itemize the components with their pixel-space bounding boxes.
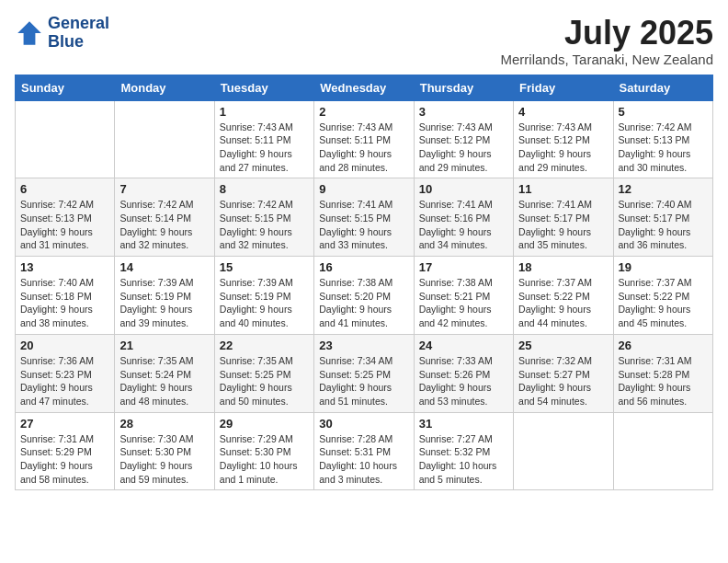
sunset-text: Sunset: 5:30 PM [220, 446, 291, 457]
weekday-header: Tuesday [214, 75, 313, 100]
day-info: Sunrise: 7:30 AM Sunset: 5:30 PM Dayligh… [119, 432, 209, 487]
day-info: Sunrise: 7:42 AM Sunset: 5:14 PM Dayligh… [119, 198, 209, 252]
daylight-text: Daylight: 9 hours and 32 minutes. [119, 226, 192, 251]
daylight-text: Daylight: 9 hours and 29 minutes. [419, 148, 492, 173]
day-number: 24 [419, 339, 508, 352]
calendar-cell: 11 Sunrise: 7:41 AM Sunset: 5:17 PM Dayl… [514, 178, 613, 257]
day-number: 6 [20, 182, 109, 196]
calendar-cell: 19 Sunrise: 7:37 AM Sunset: 5:22 PM Dayl… [613, 257, 712, 335]
sunset-text: Sunset: 5:18 PM [20, 291, 92, 302]
day-number: 26 [619, 339, 708, 352]
day-number: 16 [319, 260, 408, 274]
calendar-cell: 18 Sunrise: 7:37 AM Sunset: 5:22 PM Dayl… [514, 257, 613, 335]
calendar-cell: 10 Sunrise: 7:41 AM Sunset: 5:16 PM Dayl… [414, 178, 513, 257]
sunset-text: Sunset: 5:11 PM [220, 134, 291, 145]
day-info: Sunrise: 7:36 AM Sunset: 5:23 PM Dayligh… [20, 354, 109, 408]
day-info: Sunrise: 7:43 AM Sunset: 5:12 PM Dayligh… [518, 121, 608, 175]
day-number: 11 [518, 182, 608, 196]
sunset-text: Sunset: 5:19 PM [220, 291, 291, 302]
calendar-cell: 13 Sunrise: 7:40 AM Sunset: 5:18 PM Dayl… [16, 257, 115, 335]
daylight-text: Daylight: 9 hours and 33 minutes. [319, 226, 392, 251]
daylight-text: Daylight: 9 hours and 39 minutes. [119, 304, 192, 328]
calendar-cell: 31 Sunrise: 7:27 AM Sunset: 5:32 PM Dayl… [414, 412, 513, 490]
day-info: Sunrise: 7:43 AM Sunset: 5:11 PM Dayligh… [319, 121, 408, 175]
day-info: Sunrise: 7:41 AM Sunset: 5:16 PM Dayligh… [419, 198, 508, 252]
sunset-text: Sunset: 5:19 PM [119, 291, 191, 302]
daylight-text: Daylight: 9 hours and 36 minutes. [619, 226, 691, 251]
sunrise-text: Sunrise: 7:37 AM [619, 277, 692, 288]
day-number: 31 [419, 417, 508, 431]
sunrise-text: Sunrise: 7:41 AM [319, 199, 392, 210]
weekday-header-row: SundayMondayTuesdayWednesdayThursdayFrid… [16, 75, 713, 100]
calendar-cell: 9 Sunrise: 7:41 AM Sunset: 5:15 PM Dayli… [314, 178, 414, 257]
sunrise-text: Sunrise: 7:38 AM [419, 277, 493, 288]
daylight-text: Daylight: 10 hours and 3 minutes. [319, 460, 397, 485]
sunrise-text: Sunrise: 7:35 AM [119, 355, 193, 366]
day-info: Sunrise: 7:39 AM Sunset: 5:19 PM Dayligh… [119, 276, 209, 330]
sunset-text: Sunset: 5:24 PM [119, 369, 191, 380]
day-number: 28 [119, 417, 209, 431]
calendar-week-row: 1 Sunrise: 7:43 AM Sunset: 5:11 PM Dayli… [16, 100, 713, 178]
sunrise-text: Sunrise: 7:37 AM [518, 277, 592, 288]
calendar-cell: 23 Sunrise: 7:34 AM Sunset: 5:25 PM Dayl… [314, 334, 414, 412]
weekday-header: Wednesday [314, 75, 414, 100]
day-number: 13 [20, 260, 109, 274]
calendar-cell: 2 Sunrise: 7:43 AM Sunset: 5:11 PM Dayli… [314, 100, 414, 178]
daylight-text: Daylight: 9 hours and 40 minutes. [220, 304, 292, 328]
day-number: 21 [119, 339, 209, 352]
sunset-text: Sunset: 5:29 PM [20, 446, 92, 457]
calendar-cell: 8 Sunrise: 7:42 AM Sunset: 5:15 PM Dayli… [214, 178, 313, 257]
calendar-cell: 30 Sunrise: 7:28 AM Sunset: 5:31 PM Dayl… [314, 412, 414, 490]
day-info: Sunrise: 7:37 AM Sunset: 5:22 PM Dayligh… [619, 276, 708, 330]
sunset-text: Sunset: 5:14 PM [119, 213, 191, 224]
sunset-text: Sunset: 5:31 PM [319, 446, 391, 457]
location: Merrilands, Taranaki, New Zealand [501, 52, 714, 67]
daylight-text: Daylight: 10 hours and 5 minutes. [419, 460, 497, 485]
day-number: 27 [20, 417, 109, 431]
calendar-cell: 24 Sunrise: 7:33 AM Sunset: 5:26 PM Dayl… [414, 334, 513, 412]
daylight-text: Daylight: 9 hours and 31 minutes. [20, 226, 93, 251]
calendar-cell: 26 Sunrise: 7:31 AM Sunset: 5:28 PM Dayl… [613, 334, 712, 412]
day-number: 7 [119, 182, 209, 196]
calendar-cell: 4 Sunrise: 7:43 AM Sunset: 5:12 PM Dayli… [514, 100, 613, 178]
svg-marker-0 [17, 21, 41, 45]
daylight-text: Daylight: 9 hours and 41 minutes. [319, 304, 392, 328]
sunrise-text: Sunrise: 7:43 AM [518, 121, 592, 132]
day-info: Sunrise: 7:37 AM Sunset: 5:22 PM Dayligh… [518, 276, 608, 330]
day-info: Sunrise: 7:41 AM Sunset: 5:15 PM Dayligh… [319, 198, 408, 252]
calendar-cell: 29 Sunrise: 7:29 AM Sunset: 5:30 PM Dayl… [214, 412, 313, 490]
day-info: Sunrise: 7:29 AM Sunset: 5:30 PM Dayligh… [220, 432, 309, 487]
calendar-cell: 1 Sunrise: 7:43 AM Sunset: 5:11 PM Dayli… [214, 100, 313, 178]
day-number: 12 [619, 182, 708, 196]
sunrise-text: Sunrise: 7:27 AM [419, 433, 493, 444]
title-block: July 2025 Merrilands, Taranaki, New Zeal… [501, 15, 714, 67]
sunset-text: Sunset: 5:30 PM [119, 446, 191, 457]
day-number: 9 [319, 182, 408, 196]
daylight-text: Daylight: 9 hours and 51 minutes. [319, 382, 392, 407]
weekday-header: Monday [115, 75, 214, 100]
sunset-text: Sunset: 5:28 PM [619, 369, 690, 380]
day-info: Sunrise: 7:38 AM Sunset: 5:20 PM Dayligh… [319, 276, 408, 330]
weekday-header: Sunday [16, 75, 115, 100]
sunrise-text: Sunrise: 7:41 AM [518, 199, 592, 210]
day-number: 20 [20, 339, 109, 352]
day-info: Sunrise: 7:31 AM Sunset: 5:29 PM Dayligh… [20, 432, 109, 487]
sunrise-text: Sunrise: 7:31 AM [20, 433, 94, 444]
sunrise-text: Sunrise: 7:30 AM [119, 433, 193, 444]
sunrise-text: Sunrise: 7:29 AM [220, 433, 293, 444]
day-info: Sunrise: 7:43 AM Sunset: 5:11 PM Dayligh… [220, 121, 309, 175]
sunrise-text: Sunrise: 7:40 AM [619, 199, 692, 210]
day-info: Sunrise: 7:35 AM Sunset: 5:25 PM Dayligh… [220, 354, 309, 408]
day-number: 2 [319, 105, 408, 119]
calendar-cell [16, 100, 115, 178]
sunrise-text: Sunrise: 7:42 AM [220, 199, 293, 210]
sunrise-text: Sunrise: 7:39 AM [119, 277, 193, 288]
day-info: Sunrise: 7:34 AM Sunset: 5:25 PM Dayligh… [319, 354, 408, 408]
daylight-text: Daylight: 9 hours and 27 minutes. [220, 148, 292, 173]
daylight-text: Daylight: 9 hours and 30 minutes. [619, 148, 691, 173]
daylight-text: Daylight: 9 hours and 28 minutes. [319, 148, 392, 173]
sunset-text: Sunset: 5:32 PM [419, 446, 491, 457]
day-info: Sunrise: 7:32 AM Sunset: 5:27 PM Dayligh… [518, 354, 608, 408]
calendar-cell [514, 412, 613, 490]
sunrise-text: Sunrise: 7:31 AM [619, 355, 692, 366]
